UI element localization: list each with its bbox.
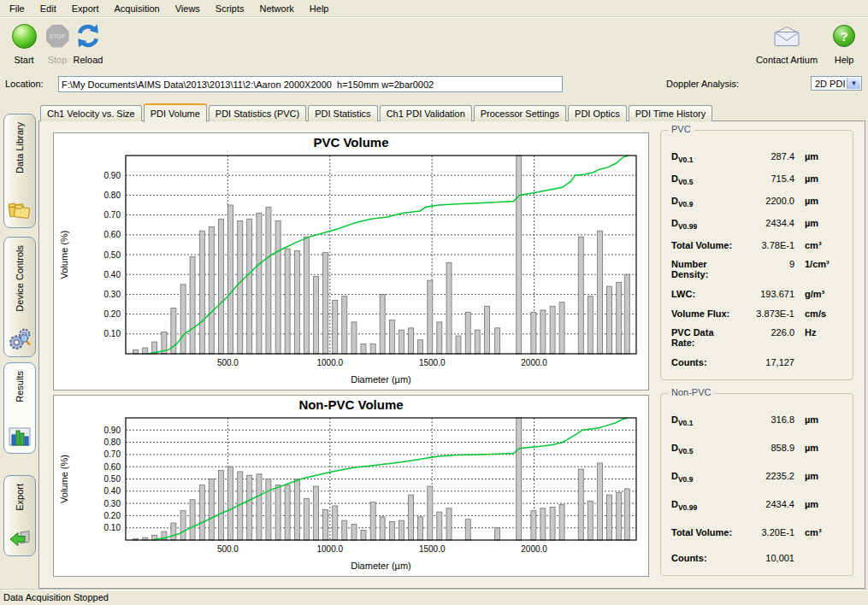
tab-strip: Ch1 Velocity vs. SizePDI VolumePDI Stati… — [40, 103, 714, 121]
stat-unit: µm — [805, 196, 842, 206]
tab-pdi-statistics[interactable]: PDI Statistics — [308, 105, 377, 121]
sidebar-item-export[interactable]: Export — [3, 475, 36, 556]
stat-label: Number Density: — [671, 259, 738, 279]
location-input[interactable] — [58, 76, 563, 92]
menu-item-export[interactable]: Export — [64, 2, 107, 15]
tab-pdi-statistics-pvc[interactable]: PDI Statistics (PVC) — [209, 105, 306, 121]
svg-text:0.80: 0.80 — [104, 438, 121, 447]
stat-value: 226.0 — [738, 327, 794, 338]
svg-text:0.90: 0.90 — [104, 171, 121, 180]
tab-ch1-velocity-vs-size[interactable]: Ch1 Velocity vs. Size — [40, 105, 142, 121]
svg-text:0.60: 0.60 — [104, 230, 121, 239]
menu-item-help[interactable]: Help — [302, 2, 337, 15]
svg-text:0.70: 0.70 — [104, 449, 121, 459]
stat-value: 3.78E-1 — [738, 240, 794, 250]
stat-unit: 1/cm³ — [805, 259, 842, 269]
svg-text:500.0: 500.0 — [217, 358, 239, 367]
stat-label: Total Volume: — [671, 527, 738, 537]
sidebar-label-export: Export — [15, 484, 25, 511]
menu-item-scripts[interactable]: Scripts — [208, 2, 252, 15]
sidebar-label-results: Results — [15, 371, 25, 402]
tab-pdi-volume[interactable]: PDI Volume — [144, 103, 207, 122]
reload-label: Reload — [67, 55, 109, 65]
chevron-down-icon[interactable]: ▼ — [847, 78, 860, 89]
stat-value: 2200.0 — [738, 196, 794, 206]
pvc-stats-group-title: PVC — [668, 124, 694, 134]
reload-button[interactable]: Reload — [67, 20, 109, 65]
svg-text:0.30: 0.30 — [104, 290, 121, 299]
stat-label: DV0.99 — [671, 499, 738, 512]
contact-artium-button[interactable]: Contact Artium — [750, 20, 824, 65]
stat-label: PVC Data Rate: — [671, 327, 738, 348]
app-window: FileEditExportAcquisitionViewsScriptsNet… — [0, 0, 868, 605]
stat-row: Total Volume:3.20E-1cm³ — [671, 527, 842, 537]
svg-text:0.20: 0.20 — [104, 511, 121, 520]
svg-text:1500.0: 1500.0 — [419, 358, 446, 367]
svg-text:2000.0: 2000.0 — [521, 358, 547, 367]
tab-ch1-pdi-validation[interactable]: Ch1 PDI Validation — [380, 105, 472, 121]
gears-icon — [9, 327, 32, 350]
stat-row: DV0.1287.4µm — [671, 151, 842, 164]
non-pvc-stats-group: Non-PVC DV0.1316.8µmDV0.5858.9µmDV0.9223… — [660, 393, 853, 576]
stat-value: 9 — [738, 259, 794, 269]
sidebar-item-device-controls[interactable]: Device Controls — [3, 237, 36, 357]
svg-text:0.20: 0.20 — [104, 309, 121, 319]
pvc-volume-chart-title: PVC Volume — [54, 133, 648, 150]
menu-item-edit[interactable]: Edit — [32, 2, 64, 15]
help-icon: ? — [833, 25, 855, 47]
svg-text:2000.0: 2000.0 — [521, 544, 547, 554]
stat-row: DV0.92235.2µm — [671, 471, 842, 484]
svg-text:0.50: 0.50 — [104, 250, 121, 260]
location-row: Location: Doppler Analysis: 2D PDI ▼ — [0, 75, 868, 96]
menu-bar: FileEditExportAcquisitionViewsScriptsNet… — [0, 0, 868, 17]
stat-unit: µm — [805, 443, 842, 453]
tab-pdi-optics[interactable]: PDI Optics — [568, 105, 627, 121]
stat-label: Counts: — [671, 553, 738, 563]
stat-value: 3.20E-1 — [738, 527, 794, 537]
sidebar-item-results[interactable]: Results — [3, 362, 36, 454]
sidebar-item-data-library[interactable]: Data Library — [3, 114, 36, 228]
svg-text:0.90: 0.90 — [104, 426, 121, 435]
stat-unit: µm — [805, 471, 842, 481]
stat-unit: µm — [805, 414, 842, 425]
stat-value: 287.4 — [738, 151, 794, 162]
help-button[interactable]: ? Help — [827, 20, 861, 65]
bar-chart-icon — [9, 426, 31, 447]
stat-label: DV0.1 — [671, 414, 738, 427]
stat-unit: µm — [805, 151, 842, 162]
pvc-volume-plot: 0.100.200.300.400.500.600.700.800.90500.… — [54, 150, 647, 390]
stat-row: Total Volume:3.78E-1cm³ — [671, 240, 842, 250]
reload-icon — [76, 24, 100, 48]
svg-text:0.40: 0.40 — [104, 486, 121, 496]
menu-item-acquisition[interactable]: Acquisition — [107, 2, 168, 15]
non-pvc-stats-rows: DV0.1316.8µmDV0.5858.9µmDV0.92235.2µmDV0… — [661, 408, 853, 565]
stat-value: 17,127 — [738, 357, 794, 367]
stat-row: DV0.5858.9µm — [671, 443, 842, 455]
tab-processor-settings[interactable]: Processor Settings — [474, 105, 566, 121]
stat-row: DV0.5715.4µm — [671, 173, 842, 186]
svg-text:0.60: 0.60 — [104, 462, 121, 472]
svg-text:0.40: 0.40 — [104, 270, 121, 279]
svg-text:Volume (%): Volume (%) — [59, 455, 69, 503]
toolbar: Start STOP Stop Reload — [0, 18, 868, 71]
non-pvc-stats-group-title: Non-PVC — [668, 387, 714, 397]
menu-item-network[interactable]: Network — [251, 2, 301, 15]
stat-row: LWC:193.671g/m³ — [671, 289, 842, 299]
stat-unit: µm — [805, 218, 842, 228]
menu-item-views[interactable]: Views — [168, 2, 208, 15]
location-label: Location: — [5, 79, 44, 89]
stat-unit: cm/s — [805, 308, 842, 319]
svg-text:Diameter (µm): Diameter (µm) — [351, 561, 411, 571]
tab-pdi-time-history[interactable]: PDI Time History — [629, 105, 713, 121]
stat-unit: Hz — [805, 327, 842, 338]
stat-value: 715.4 — [738, 173, 794, 184]
stat-value: 10,001 — [738, 553, 794, 563]
export-arrow-icon — [9, 529, 31, 549]
stat-row: Counts:17,127 — [671, 357, 842, 367]
non-pvc-volume-chart-title: Non-PVC Volume — [54, 396, 648, 413]
stat-label: LWC: — [671, 289, 738, 299]
stat-row: Volume Flux:3.873E-1cm/s — [671, 308, 842, 319]
menu-item-file[interactable]: File — [2, 2, 32, 15]
doppler-analysis-select[interactable]: 2D PDI ▼ — [811, 76, 862, 91]
envelope-icon — [771, 25, 802, 48]
